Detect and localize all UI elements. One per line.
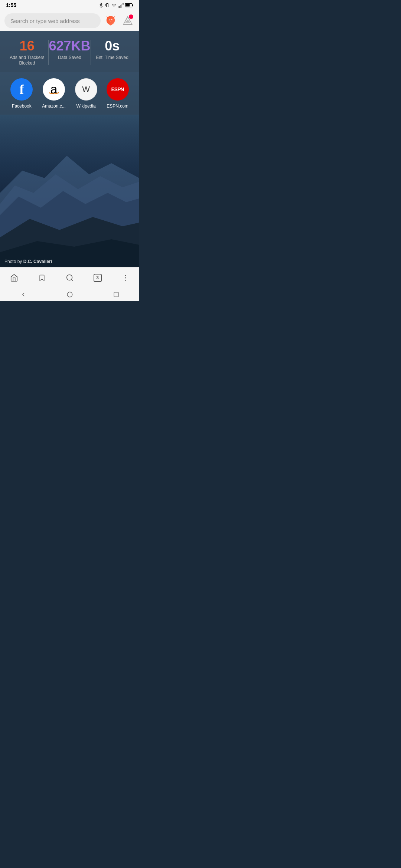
ads-blocked-number: 16 <box>6 39 48 53</box>
svg-rect-2 <box>119 6 120 8</box>
signal-icon: ✕ <box>118 3 124 8</box>
home-system-button[interactable] <box>66 291 73 298</box>
amazon-icon: a <box>43 78 65 101</box>
quick-link-amazon[interactable]: a Amazon.c... <box>42 78 65 109</box>
search-icon <box>66 274 74 282</box>
home-circle-icon <box>66 291 73 298</box>
more-menu-icon <box>121 274 130 282</box>
svg-point-1 <box>114 7 114 7</box>
recents-system-button[interactable] <box>113 292 119 297</box>
status-bar: 1:55 ✕ <box>0 0 139 10</box>
data-saved-stat: 627KB Data Saved <box>49 39 91 66</box>
tabs-nav-button[interactable]: 3 <box>89 269 107 287</box>
time-saved-stat: 0s Est. Time Saved <box>91 39 133 66</box>
main-content: 16 Ads and TrackersBlocked 627KB Data Sa… <box>0 31 139 267</box>
quick-links-section: f Facebook a Amazon.c... W Wikipedia ESP… <box>0 72 139 115</box>
stats-section: 16 Ads and TrackersBlocked 627KB Data Sa… <box>0 31 139 72</box>
quick-link-espn[interactable]: ESPN ESPN.com <box>107 78 129 109</box>
svg-point-11 <box>109 19 110 20</box>
photo-credit: Photo by D.C. Cavalleri <box>4 259 52 264</box>
back-system-button[interactable] <box>20 291 27 298</box>
svg-rect-8 <box>125 4 130 6</box>
ads-blocked-stat: 16 Ads and TrackersBlocked <box>6 39 48 66</box>
photo-credit-author: D.C. Cavalleri <box>23 259 52 264</box>
wikipedia-label: Wikipedia <box>76 103 96 109</box>
quick-link-wikipedia[interactable]: W Wikipedia <box>75 78 97 109</box>
back-chevron-icon <box>20 291 27 298</box>
svg-rect-21 <box>114 292 118 297</box>
search-placeholder: Search or type web address <box>10 18 80 24</box>
svg-point-19 <box>125 280 126 281</box>
mountain-spacer <box>0 115 139 218</box>
menu-nav-button[interactable] <box>117 269 134 287</box>
svg-point-16 <box>66 274 72 280</box>
espn-label: ESPN.com <box>107 103 128 109</box>
battery-icon <box>125 3 133 7</box>
photo-credit-prefix: Photo by <box>4 259 23 264</box>
search-bar-container: Search or type web address <box>0 10 139 31</box>
data-saved-label: Data Saved <box>49 55 91 61</box>
ads-blocked-label: Ads and TrackersBlocked <box>6 55 48 66</box>
svg-point-12 <box>112 19 112 20</box>
brave-lion-icon <box>105 15 117 27</box>
time-saved-label: Est. Time Saved <box>91 55 133 61</box>
rewards-notification-dot <box>129 14 133 19</box>
facebook-icon: f <box>10 78 33 101</box>
vibrate-icon <box>105 3 110 8</box>
svg-rect-3 <box>120 5 121 8</box>
time-saved-number: 0s <box>91 39 133 53</box>
tab-count-box: 3 <box>94 274 102 282</box>
recents-square-icon <box>113 292 119 297</box>
brave-lion-button[interactable] <box>104 14 118 28</box>
rewards-button[interactable] <box>121 14 135 28</box>
tab-count: 3 <box>96 275 99 280</box>
svg-point-17 <box>125 275 126 276</box>
facebook-label: Facebook <box>12 103 32 109</box>
svg-point-20 <box>68 292 73 297</box>
home-nav-button[interactable] <box>5 269 23 287</box>
quick-link-facebook[interactable]: f Facebook <box>10 78 33 109</box>
wifi-icon <box>111 3 117 7</box>
status-icons: ✕ <box>98 3 133 8</box>
search-nav-button[interactable] <box>61 269 79 287</box>
search-input-wrapper[interactable]: Search or type web address <box>4 13 101 28</box>
svg-text:✕: ✕ <box>122 3 124 5</box>
bluetooth-icon <box>98 3 104 8</box>
status-time: 1:55 <box>6 2 16 8</box>
bottom-nav: 3 <box>0 267 139 288</box>
home-icon <box>10 274 18 282</box>
espn-icon: ESPN <box>107 78 129 101</box>
data-saved-number: 627KB <box>49 39 91 53</box>
wikipedia-icon: W <box>75 78 97 101</box>
svg-rect-0 <box>107 4 108 7</box>
system-nav-bar <box>0 288 139 301</box>
bookmark-icon <box>38 274 46 282</box>
amazon-label: Amazon.c... <box>42 103 65 109</box>
svg-rect-7 <box>132 4 133 6</box>
svg-point-18 <box>125 277 126 278</box>
bookmarks-nav-button[interactable] <box>33 269 51 287</box>
